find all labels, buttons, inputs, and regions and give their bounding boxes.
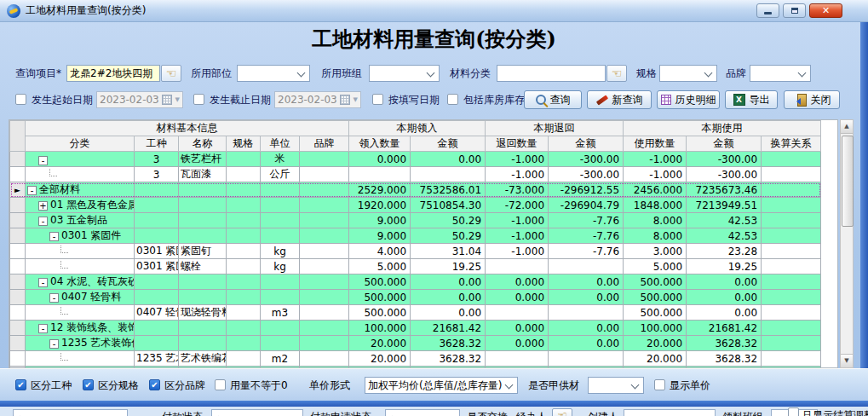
grid-cell-spec[interactable] — [227, 336, 261, 351]
grid-cell-amount[interactable]: 2529.000 — [349, 182, 411, 198]
query-button[interactable]: 查询 — [524, 90, 582, 109]
table-row[interactable]: -0301 紧固件9.00050.29-1.000-7.768.00042.53 — [10, 228, 821, 244]
grid-cell-name[interactable] — [179, 228, 227, 244]
grid-cell-spec[interactable] — [227, 274, 261, 290]
grid-cell-amount[interactable]: 1848.000 — [624, 198, 687, 213]
status-filter-select[interactable] — [13, 409, 128, 416]
row-indicator[interactable] — [10, 336, 26, 351]
grid-cell-brand[interactable] — [300, 305, 349, 321]
grid-cell-amount[interactable]: 31.04 — [411, 244, 486, 259]
grid-cell-name[interactable] — [179, 274, 227, 290]
grid-cell-amount[interactable]: 19.25 — [411, 259, 486, 274]
grid-cell-conversion[interactable] — [762, 290, 821, 305]
grid-cell-spec[interactable] — [227, 182, 261, 198]
grid-cell-amount[interactable]: 9.000 — [349, 228, 411, 244]
grid-cell-unit[interactable] — [261, 321, 300, 336]
grid-cell-name[interactable] — [179, 182, 227, 198]
grid-cell-brand[interactable] — [300, 351, 349, 367]
grid-cell-amount[interactable]: 100.000 — [624, 321, 687, 336]
grid-cell-amount[interactable]: 500.000 — [624, 305, 687, 321]
grid-cell-unit[interactable] — [261, 198, 300, 213]
grid-cell-brand[interactable] — [300, 228, 349, 244]
grid-cell-category[interactable] — [26, 244, 135, 259]
owner-supplied-select[interactable] — [588, 377, 644, 394]
grid-cell-spec[interactable] — [227, 321, 261, 336]
tree-expander-icon[interactable]: - — [38, 324, 48, 333]
tree-expander-icon[interactable]: - — [49, 232, 59, 241]
distinguish-brand-checkbox[interactable]: ✔ — [149, 379, 160, 390]
table-row[interactable]: -03 五金制品9.00050.29-1.000-7.768.00042.53 — [10, 213, 821, 228]
end-date-field[interactable]: 2023-02-03▼ — [274, 91, 361, 108]
grid-cell-amount[interactable]: 3628.32 — [687, 351, 762, 367]
grid-cell-name[interactable]: 紧固钉 — [179, 244, 227, 259]
grid-cell-category[interactable]: - — [26, 152, 135, 167]
tree-expander-icon[interactable]: + — [38, 201, 48, 211]
grid-cell-brand[interactable] — [300, 198, 349, 213]
settlement-checkbox[interactable] — [788, 407, 799, 416]
row-indicator[interactable] — [10, 152, 26, 167]
grid-cell-amount[interactable]: 0.00 — [687, 274, 762, 290]
grid-cell-worktype[interactable]: 0301 紧固 — [135, 244, 179, 259]
grid-cell-conversion[interactable] — [762, 305, 821, 321]
grid-cell-amount[interactable]: 500.000 — [624, 290, 687, 305]
grid-cell-amount[interactable]: 0.00 — [411, 290, 486, 305]
grid-cell-conversion[interactable] — [762, 182, 821, 198]
grid-cell-amount[interactable]: 50.29 — [411, 228, 486, 244]
grid-cell-amount[interactable]: -7.76 — [549, 213, 624, 228]
grid-cell-conversion[interactable] — [762, 321, 821, 336]
grid-cell-amount[interactable]: 0.00 — [549, 336, 624, 351]
table-row[interactable]: 0407 轻骨现浇轻骨料m3500.0000.00500.0000.00 — [10, 305, 821, 321]
grid-cell-amount[interactable]: 9.000 — [349, 213, 411, 228]
grid-cell-worktype[interactable]: 3 — [135, 152, 179, 167]
grid-cell-worktype[interactable] — [135, 321, 179, 336]
grid-cell-spec[interactable] — [227, 152, 261, 167]
team-select[interactable] — [369, 65, 440, 82]
grid-cell-name[interactable]: 螺栓 — [179, 259, 227, 274]
grid-cell-worktype[interactable]: 1235 艺术 — [135, 351, 179, 367]
grid-cell-amount[interactable]: -73.000 — [486, 182, 549, 198]
grid-cell-worktype[interactable] — [135, 336, 179, 351]
scroll-up-icon[interactable]: ▲ — [841, 120, 853, 134]
grid-cell-amount[interactable] — [349, 167, 411, 182]
grid-cell-amount[interactable]: 500.000 — [624, 274, 687, 290]
grid-cell-category[interactable] — [26, 305, 135, 321]
grid-cell-unit[interactable]: m3 — [261, 305, 300, 321]
part-select[interactable] — [237, 65, 310, 82]
tree-expander-icon[interactable]: - — [38, 217, 48, 226]
grid-cell-conversion[interactable] — [762, 274, 821, 290]
table-row[interactable]: -0407 轻骨料500.0000.000.0000.00500.0000.00 — [10, 290, 821, 305]
minimize-button[interactable] — [756, 3, 779, 18]
grid-cell-amount[interactable]: 0.00 — [549, 290, 624, 305]
grid-cell-brand[interactable] — [300, 213, 349, 228]
grid-cell-amount[interactable]: -1.000 — [486, 213, 549, 228]
new-query-button[interactable]: 新查询 — [587, 90, 652, 109]
grid-cell-amount[interactable]: -300.00 — [549, 152, 624, 167]
grid-cell-amount[interactable]: 0.000 — [486, 274, 549, 290]
grid-cell-category[interactable] — [26, 259, 135, 274]
row-indicator[interactable] — [10, 213, 26, 228]
table-row[interactable]: 0301 紧固螺栓kg5.00019.255.00019.25 — [10, 259, 821, 274]
creator-field[interactable] — [624, 409, 716, 416]
vertical-scrollbar[interactable]: ▲ ▼ — [840, 119, 854, 368]
grid-cell-amount[interactable] — [549, 351, 624, 367]
grid-cell-spec[interactable] — [227, 290, 261, 305]
grid-cell-conversion[interactable] — [762, 336, 821, 351]
grid-cell-amount[interactable]: 1920.000 — [349, 198, 411, 213]
grid-cell-conversion[interactable] — [762, 198, 821, 213]
grid-cell-spec[interactable] — [227, 213, 261, 228]
grid-cell-amount[interactable]: -300.00 — [687, 167, 762, 182]
grid-cell-name[interactable] — [179, 290, 227, 305]
grid-cell-worktype[interactable] — [135, 182, 179, 198]
grid-cell-amount[interactable]: 3628.32 — [411, 336, 486, 351]
grid-cell-amount[interactable]: 0.00 — [687, 305, 762, 321]
grid-cell-unit[interactable]: 公斤 — [261, 167, 300, 182]
grid-cell-unit[interactable]: kg — [261, 244, 300, 259]
grid-cell-amount[interactable]: -296912.55 — [549, 182, 624, 198]
grid-cell-name[interactable]: 艺术铁编花 — [179, 351, 227, 367]
grid-cell-name[interactable] — [179, 198, 227, 213]
grid-cell-amount[interactable] — [486, 259, 549, 274]
grid-cell-amount[interactable]: -1.000 — [486, 167, 549, 182]
grid-cell-category[interactable]: -04 水泥、砖瓦灰砂 — [26, 274, 135, 290]
close-form-button[interactable]: 关闭 — [784, 90, 840, 109]
grid-cell-amount[interactable] — [549, 259, 624, 274]
